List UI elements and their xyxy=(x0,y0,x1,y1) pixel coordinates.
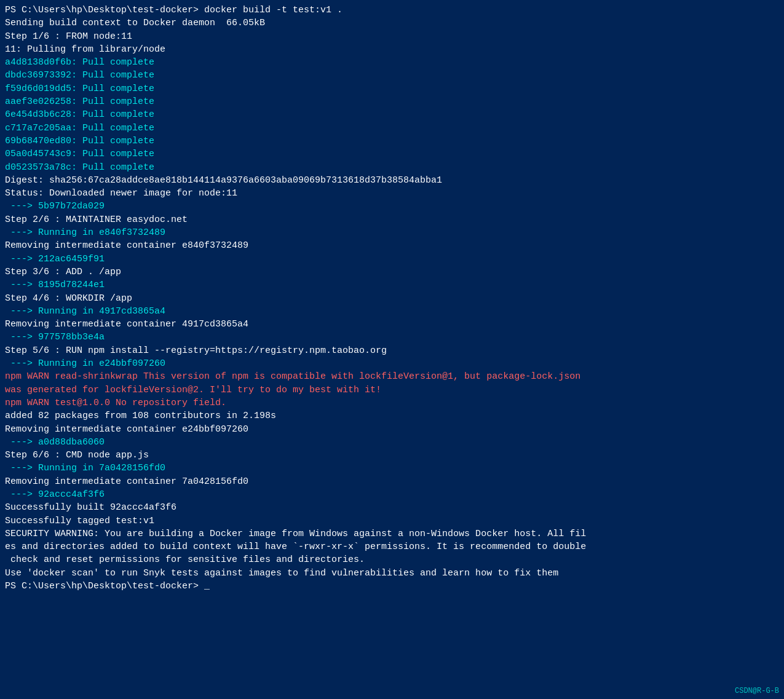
terminal-line: ---> 8195d78244e1 xyxy=(5,278,779,291)
terminal-line: ---> Running in e840f3732489 xyxy=(5,226,779,239)
terminal-line: ---> 5b97b72da029 xyxy=(5,200,779,213)
terminal-line: Step 1/6 : FROM node:11 xyxy=(5,30,779,43)
terminal-line: Step 4/6 : WORKDIR /app xyxy=(5,292,779,305)
terminal-line: Digest: sha256:67ca28addce8ae818b144114a… xyxy=(5,174,779,187)
terminal-line: SECURITY WARNING: You are building a Doc… xyxy=(5,527,779,567)
terminal-line: Successfully built 92accc4af3f6 xyxy=(5,501,779,514)
terminal-line: ---> Running in e24bbf097260 xyxy=(5,357,779,370)
terminal-line: d0523573a78c: Pull complete xyxy=(5,161,779,174)
terminal-line: npm WARN test@1.0.0 No repository field. xyxy=(5,397,779,409)
terminal-line: 69b68470ed80: Pull complete xyxy=(5,135,779,148)
terminal-line: Successfully tagged test:v1 xyxy=(5,515,779,527)
terminal-line: Step 3/6 : ADD . /app xyxy=(5,266,779,278)
terminal-line: f59d6d019dd5: Pull complete xyxy=(5,82,779,95)
terminal-line: ---> 92accc4af3f6 xyxy=(5,488,779,501)
terminal-line: Sending build context to Docker daemon 6… xyxy=(5,17,779,30)
terminal-line: ---> 977578bb3e4a xyxy=(5,331,779,344)
terminal-line: aaef3e026258: Pull complete xyxy=(5,95,779,108)
terminal-line: Removing intermediate container e840f373… xyxy=(5,239,779,252)
terminal-line: ---> 212ac6459f91 xyxy=(5,253,779,266)
terminal-line: c717a7c205aa: Pull complete xyxy=(5,122,779,135)
terminal-line: PS C:\Users\hp\Desktop\test-docker> dock… xyxy=(5,4,779,17)
terminal-line: PS C:\Users\hp\Desktop\test-docker> _ xyxy=(5,580,779,593)
terminal-line: Removing intermediate container e24bbf09… xyxy=(5,423,779,436)
watermark: CSDN@R-G-B xyxy=(735,687,779,695)
terminal-output: PS C:\Users\hp\Desktop\test-docker> dock… xyxy=(5,4,779,593)
terminal-line: added 82 packages from 108 contributors … xyxy=(5,409,779,422)
terminal-line: Removing intermediate container 7a042815… xyxy=(5,475,779,488)
terminal-line: 6e454d3b6c28: Pull complete xyxy=(5,108,779,121)
terminal-line: ---> Running in 7a0428156fd0 xyxy=(5,462,779,475)
terminal-line: ---> Running in 4917cd3865a4 xyxy=(5,305,779,318)
terminal-line: ---> a0d88dba6060 xyxy=(5,436,779,449)
terminal-line: Step 2/6 : MAINTAINER easydoc.net xyxy=(5,213,779,226)
terminal-line: a4d8138d0f6b: Pull complete xyxy=(5,56,779,69)
terminal-line: Step 5/6 : RUN npm install --registry=ht… xyxy=(5,344,779,357)
terminal-window: PS C:\Users\hp\Desktop\test-docker> dock… xyxy=(0,0,784,699)
terminal-line: Removing intermediate container 4917cd38… xyxy=(5,318,779,331)
terminal-line: Status: Downloaded newer image for node:… xyxy=(5,187,779,200)
terminal-line: 05a0d45743c9: Pull complete xyxy=(5,148,779,160)
terminal-line: 11: Pulling from library/node xyxy=(5,43,779,56)
terminal-line: Use 'docker scan' to run Snyk tests agai… xyxy=(5,567,779,580)
terminal-line: dbdc36973392: Pull complete xyxy=(5,69,779,82)
terminal-line: npm WARN read-shrinkwrap This version of… xyxy=(5,370,779,397)
terminal-line: Step 6/6 : CMD node app.js xyxy=(5,449,779,462)
